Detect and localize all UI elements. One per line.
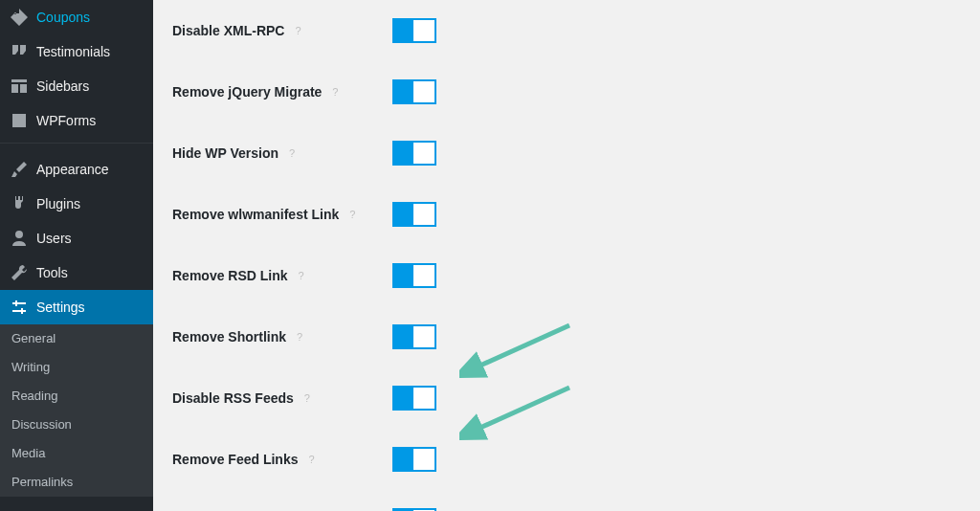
toggle-switch[interactable] — [392, 386, 436, 411]
toggle-knob — [413, 204, 434, 225]
setting-label-text: Remove wlwmanifest Link — [172, 207, 339, 222]
toggle-switch[interactable] — [392, 263, 436, 288]
toggle-switch[interactable] — [392, 18, 436, 43]
tag-icon — [10, 8, 29, 27]
quote-icon — [10, 42, 29, 61]
menu-label: Plugins — [36, 195, 80, 212]
sidebar-item-plugins[interactable]: Plugins — [0, 187, 153, 221]
toggle-knob — [413, 81, 434, 102]
setting-label: Disable XML-RPC? — [172, 23, 392, 38]
setting-label: Remove Shortlink? — [172, 329, 392, 344]
toggle-knob — [413, 326, 434, 347]
setting-row: Remove RSD Link? — [172, 245, 961, 306]
toggle-switch[interactable] — [392, 447, 436, 472]
help-icon[interactable]: ? — [284, 145, 300, 161]
setting-row: Disable RSS Feeds? — [172, 367, 961, 429]
sidebar-item-coupons[interactable]: Coupons — [0, 0, 153, 34]
setting-label-text: Disable XML-RPC — [172, 23, 284, 38]
wrench-icon — [10, 263, 29, 282]
setting-label-text: Remove Shortlink — [172, 329, 286, 344]
sliders-icon — [10, 298, 29, 317]
setting-row: Remove wlwmanifest Link? — [172, 184, 961, 245]
sidebar-item-wpforms[interactable]: WPForms — [0, 103, 153, 138]
setting-row: Disable Self Pingbacks? — [172, 490, 961, 511]
setting-row: Disable XML-RPC? — [172, 0, 961, 61]
submenu-item-reading[interactable]: Reading — [0, 382, 153, 411]
sidebar-item-appearance[interactable]: Appearance — [0, 152, 153, 187]
menu-label: Coupons — [36, 9, 90, 26]
setting-row: Remove Shortlink? — [172, 306, 961, 367]
menu-label: Tools — [36, 264, 68, 281]
toggle-knob — [413, 449, 434, 470]
settings-panel: Disable XML-RPC?Remove jQuery Migrate?Hi… — [153, 0, 980, 511]
brush-icon — [10, 160, 29, 179]
menu-label: Users — [36, 230, 72, 247]
sidebar-item-settings[interactable]: Settings — [0, 290, 153, 324]
menu-label: Testimonials — [36, 43, 110, 60]
toggle-switch[interactable] — [392, 202, 436, 227]
plug-icon — [10, 194, 29, 213]
sidebar-item-testimonials[interactable]: Testimonials — [0, 34, 153, 69]
toggle-switch[interactable] — [392, 324, 436, 349]
setting-label: Remove Feed Links? — [172, 452, 392, 467]
help-icon[interactable]: ? — [294, 268, 309, 283]
menu-label: Sidebars — [36, 78, 89, 95]
toggle-switch[interactable] — [392, 141, 436, 166]
setting-label: Disable RSS Feeds? — [172, 390, 392, 406]
help-icon[interactable]: ? — [304, 452, 320, 467]
setting-label-text: Remove RSD Link — [172, 268, 288, 283]
submenu-item-permalinks[interactable]: Permalinks — [0, 468, 153, 497]
setting-label: Remove jQuery Migrate? — [172, 84, 392, 100]
admin-sidebar: Coupons Testimonials Sidebars WPForms Ap… — [0, 0, 153, 511]
menu-separator — [0, 143, 153, 147]
toggle-knob — [413, 265, 434, 286]
user-icon — [10, 229, 29, 248]
settings-submenu: General Writing Reading Discussion Media… — [0, 324, 153, 497]
sidebar-item-tools[interactable]: Tools — [0, 256, 153, 290]
sidebar-item-sidebars[interactable]: Sidebars — [0, 69, 153, 103]
setting-label-text: Hide WP Version — [172, 145, 278, 161]
sidebar-item-users[interactable]: Users — [0, 221, 153, 256]
submenu-item-writing[interactable]: Writing — [0, 353, 153, 382]
setting-row: Hide WP Version? — [172, 122, 961, 184]
toggle-knob — [413, 143, 434, 164]
help-icon[interactable]: ? — [327, 84, 343, 100]
setting-label: Hide WP Version? — [172, 145, 392, 161]
help-icon[interactable]: ? — [290, 23, 305, 38]
toggle-knob — [413, 388, 434, 409]
menu-label: Settings — [36, 299, 85, 316]
toggle-switch[interactable] — [392, 79, 436, 104]
menu-label: WPForms — [36, 112, 96, 129]
submenu-item-discussion[interactable]: Discussion — [0, 411, 153, 439]
setting-label-text: Disable RSS Feeds — [172, 390, 294, 406]
help-icon[interactable]: ? — [345, 207, 360, 222]
toggle-knob — [413, 20, 434, 41]
menu-label: Appearance — [36, 161, 109, 178]
submenu-item-media[interactable]: Media — [0, 439, 153, 468]
setting-label-text: Remove Feed Links — [172, 452, 299, 467]
form-icon — [10, 111, 29, 130]
setting-label: Remove RSD Link? — [172, 268, 392, 283]
setting-label: Remove wlwmanifest Link? — [172, 207, 392, 222]
help-icon[interactable]: ? — [300, 390, 315, 406]
layout-icon — [10, 77, 29, 96]
setting-row: Remove jQuery Migrate? — [172, 61, 961, 122]
help-icon[interactable]: ? — [292, 329, 307, 344]
setting-row: Remove Feed Links? — [172, 429, 961, 490]
submenu-item-general[interactable]: General — [0, 324, 153, 353]
setting-label-text: Remove jQuery Migrate — [172, 84, 322, 100]
